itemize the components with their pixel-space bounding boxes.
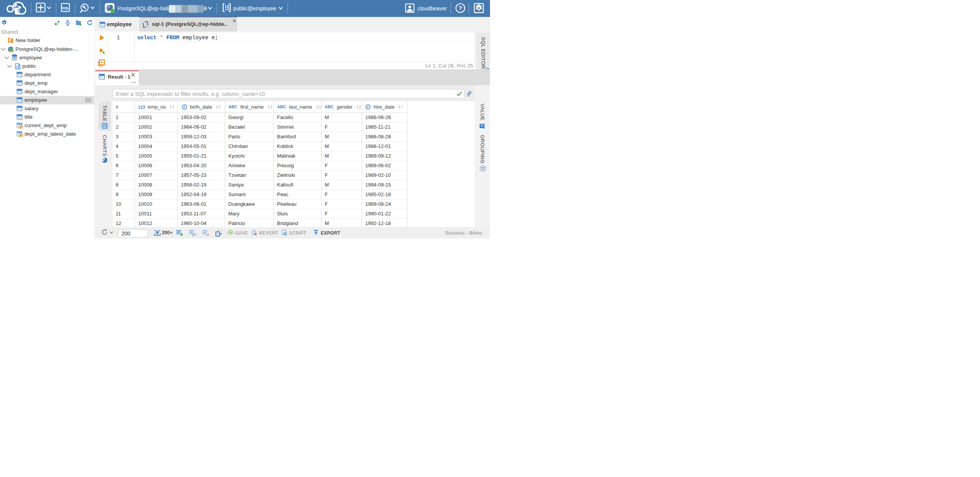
svg-text:(+): (+) [192,233,196,236]
svg-text:SQL: SQL [62,6,69,10]
svg-text:?: ? [458,5,462,11]
